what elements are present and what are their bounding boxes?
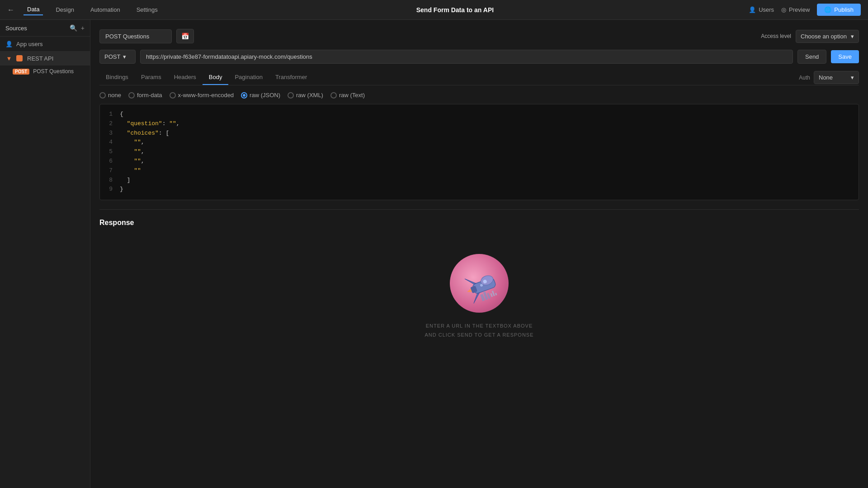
sidebar-item-rest-api[interactable]: ▼ REST API bbox=[0, 51, 90, 66]
code-line-6: 6 "", bbox=[105, 157, 853, 166]
post-badge: POST bbox=[13, 69, 29, 75]
save-button[interactable]: Save bbox=[831, 50, 859, 63]
code-editor[interactable]: 1 { 2 "question": "", 3 "choices": [ 4 "… bbox=[99, 104, 859, 200]
back-button[interactable]: ← bbox=[7, 6, 14, 14]
rest-api-icon bbox=[16, 55, 23, 61]
code-line-2: 2 "question": "", bbox=[105, 119, 853, 129]
nav-data[interactable]: Data bbox=[24, 4, 43, 15]
radio-raw-json-circle bbox=[241, 92, 247, 99]
radio-raw-xml-circle bbox=[288, 92, 294, 99]
tab-bindings[interactable]: Bindings bbox=[99, 70, 135, 85]
tab-headers[interactable]: Headers bbox=[168, 70, 203, 85]
nav-automation[interactable]: Automation bbox=[87, 5, 124, 15]
code-line-3: 3 "choices": [ bbox=[105, 129, 853, 138]
radio-none[interactable]: none bbox=[99, 92, 121, 99]
tab-transformer[interactable]: Transformer bbox=[269, 70, 313, 85]
radio-raw-xml[interactable]: raw (XML) bbox=[288, 92, 323, 99]
access-level-select[interactable]: Choose an option ▾ bbox=[796, 30, 859, 43]
preview-button[interactable]: ◎ Preview bbox=[781, 6, 810, 13]
send-button[interactable]: Send bbox=[797, 50, 826, 64]
code-line-5: 5 "", bbox=[105, 147, 853, 157]
code-line-9: 9 } bbox=[105, 185, 853, 194]
radio-raw-text-circle bbox=[330, 92, 337, 99]
nav-settings[interactable]: Settings bbox=[133, 5, 161, 15]
sidebar-item-post-questions[interactable]: POST POST Questions bbox=[0, 66, 90, 77]
top-right-actions: 👤 Users ◎ Preview 🌐 Publish bbox=[749, 4, 861, 16]
sidebar: Sources 🔍 + 👤 App users ▼ REST API POST … bbox=[0, 20, 90, 488]
sidebar-header-icons: 🔍 + bbox=[70, 24, 85, 32]
body-type-radio-group: none form-data x-www-form-encoded raw (J… bbox=[99, 92, 859, 99]
main-content: 📅 Access level Choose an option ▾ POST ▾… bbox=[90, 20, 868, 488]
publish-button[interactable]: 🌐 Publish bbox=[817, 4, 861, 16]
access-level-label: Access level bbox=[761, 33, 791, 39]
top-nav: ← Data Design Automation Settings Send F… bbox=[0, 0, 868, 20]
section-divider bbox=[99, 209, 859, 210]
add-source-icon[interactable]: + bbox=[81, 24, 85, 32]
calendar-button[interactable]: 📅 bbox=[176, 29, 194, 43]
tab-params[interactable]: Params bbox=[135, 70, 168, 85]
radio-raw-json[interactable]: raw (JSON) bbox=[241, 92, 280, 99]
svg-rect-13 bbox=[495, 293, 497, 296]
person-icon: 👤 bbox=[749, 6, 756, 13]
sidebar-header: Sources 🔍 + bbox=[0, 20, 90, 37]
user-icon: 👤 bbox=[5, 40, 13, 47]
sidebar-title: Sources bbox=[5, 25, 27, 32]
response-section: Response bbox=[99, 219, 859, 358]
spaceship-svg bbox=[459, 263, 500, 304]
radio-none-circle bbox=[99, 92, 106, 99]
code-line-1: 1 { bbox=[105, 110, 853, 119]
eye-icon: ◎ bbox=[781, 6, 786, 13]
code-line-8: 8 ] bbox=[105, 176, 853, 185]
radio-x-www[interactable]: x-www-form-encoded bbox=[170, 92, 234, 99]
tab-body[interactable]: Body bbox=[203, 70, 229, 85]
auth-select[interactable]: None ▾ bbox=[814, 71, 859, 84]
response-hint: ENTER A URL IN THE TEXTBOX ABOVE AND CLI… bbox=[425, 322, 533, 340]
code-line-4: 4 "", bbox=[105, 138, 853, 147]
radio-form-data-circle bbox=[128, 92, 135, 99]
method-arrow: ▾ bbox=[123, 53, 126, 60]
svg-rect-11 bbox=[491, 293, 493, 297]
radio-raw-text[interactable]: raw (Text) bbox=[330, 92, 365, 99]
tab-pagination[interactable]: Pagination bbox=[228, 70, 269, 85]
main-layout: Sources 🔍 + 👤 App users ▼ REST API POST … bbox=[0, 20, 868, 488]
response-title: Response bbox=[99, 219, 859, 227]
radio-x-www-circle bbox=[170, 92, 176, 99]
publish-icon: 🌐 bbox=[824, 6, 831, 13]
svg-marker-3 bbox=[471, 293, 482, 304]
auth-arrow: ▾ bbox=[851, 74, 854, 81]
api-icon: ▼ bbox=[5, 55, 13, 62]
tabs-row: Bindings Params Headers Body Pagination … bbox=[99, 70, 859, 85]
endpoint-name-input[interactable] bbox=[99, 29, 172, 43]
radio-form-data[interactable]: form-data bbox=[128, 92, 162, 99]
users-button[interactable]: 👤 Users bbox=[749, 6, 774, 13]
nav-design[interactable]: Design bbox=[52, 5, 77, 15]
auth-row: Auth None ▾ bbox=[799, 71, 859, 84]
response-illustration bbox=[450, 254, 509, 313]
response-placeholder: ENTER A URL IN THE TEXTBOX ABOVE AND CLI… bbox=[99, 236, 859, 358]
url-row: POST ▾ Send Save bbox=[99, 50, 859, 64]
app-title: Send Form Data to an API bbox=[170, 6, 740, 14]
code-line-7: 7 "" bbox=[105, 166, 853, 176]
auth-label: Auth bbox=[799, 75, 810, 81]
search-icon[interactable]: 🔍 bbox=[70, 24, 77, 32]
sidebar-item-app-users[interactable]: 👤 App users bbox=[0, 37, 90, 51]
endpoint-controls: 📅 Access level Choose an option ▾ bbox=[99, 29, 859, 43]
method-select[interactable]: POST ▾ bbox=[99, 50, 136, 64]
access-level-arrow: ▾ bbox=[851, 33, 854, 40]
url-input[interactable] bbox=[140, 50, 793, 64]
